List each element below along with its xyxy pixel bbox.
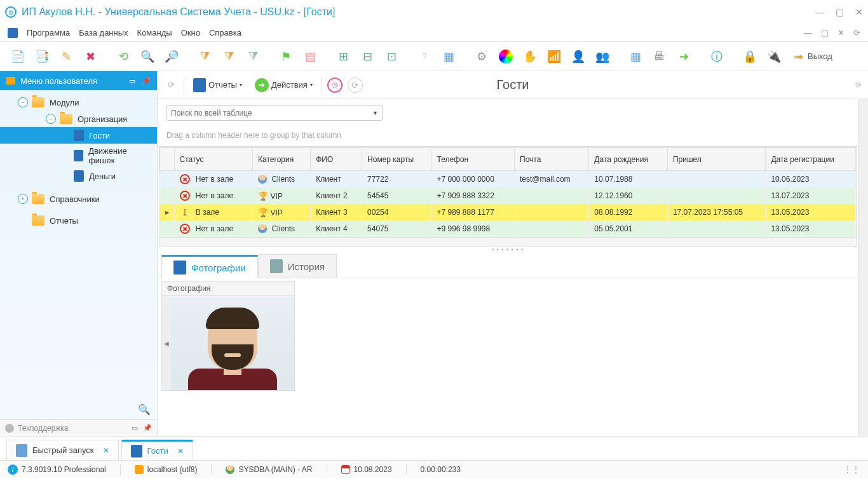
search-plus-icon[interactable]: 🔎 — [161, 46, 182, 67]
photo-prev-button[interactable]: ◀ — [162, 296, 171, 390]
user-icon[interactable]: 👤 — [568, 46, 588, 67]
menu-help[interactable]: Справка — [209, 28, 241, 37]
tab-quick-launch[interactable]: Быстрый запуск ✕ — [6, 440, 119, 460]
collapse-icon[interactable]: – — [46, 114, 56, 124]
search-input[interactable]: Поиск по всей таблице ▼ — [166, 105, 383, 121]
splitter[interactable]: • • • • • • • — [158, 247, 858, 250]
edit-icon[interactable]: ✎ — [56, 46, 76, 67]
col-mail[interactable]: Почта — [515, 148, 589, 171]
tree-reports[interactable]: Отчеты — [0, 212, 157, 229]
tree-expand-icon[interactable]: ⊡ — [381, 46, 402, 67]
col-category[interactable]: Категория — [253, 148, 311, 171]
mdi-restore-button[interactable]: ▢ — [821, 28, 829, 37]
actions-dropdown[interactable]: ➜ Действия ▾ — [251, 76, 316, 94]
folder-icon — [32, 97, 44, 107]
copy-doc-icon[interactable]: 📑 — [32, 46, 52, 67]
table-row[interactable]: ▸🚶 В зале🏆 VIPКлиент 300254+7 989 888 11… — [160, 204, 856, 220]
rss-icon[interactable]: 📶 — [544, 46, 564, 67]
palette-icon[interactable] — [496, 46, 516, 67]
menu-database[interactable]: База данных — [79, 28, 128, 37]
expand-icon[interactable]: + — [18, 194, 28, 204]
collapse-icon[interactable]: – — [18, 97, 28, 107]
col-fio[interactable]: ФИО — [311, 148, 362, 171]
col-reg[interactable]: Дата регистрации — [766, 148, 856, 171]
vertical-scrollbar[interactable] — [858, 99, 868, 436]
new-doc-icon[interactable]: 📄 — [8, 46, 28, 67]
help-small-icon[interactable]: ? — [414, 46, 435, 67]
filter-icon[interactable]: ⧩ — [194, 46, 215, 67]
flag-icon[interactable]: ⚑ — [276, 46, 296, 67]
sidebar-pin-icon[interactable]: 📌 — [142, 77, 151, 85]
search-placeholder: Поиск по всей таблице — [171, 109, 252, 118]
image-icon[interactable]: ▤ — [300, 46, 320, 67]
calendar-icon[interactable]: ▦ — [625, 46, 646, 67]
data-grid: Статус Категория ФИО Номер карты Телефон… — [159, 147, 857, 247]
filter-apply-icon[interactable]: ⧩ — [219, 46, 239, 67]
col-phone[interactable]: Телефон — [431, 148, 515, 171]
tree-search-icon[interactable]: 🔍 — [138, 403, 151, 416]
hand-icon[interactable]: ✋ — [520, 46, 540, 67]
table-row[interactable]: ✖ Нет в зале ClientsКлиент77722+7 000 00… — [160, 171, 856, 188]
support-pin-icon[interactable]: 📌 — [143, 424, 152, 432]
menu-window[interactable]: Окно — [181, 28, 200, 37]
info-icon[interactable]: ⓘ — [707, 46, 727, 67]
print-icon[interactable]: 🖶 — [649, 46, 670, 67]
sub-refresh-icon[interactable]: ⟳ — [164, 76, 179, 94]
reports-dropdown[interactable]: Отчеты ▾ — [189, 76, 246, 94]
tree-guests[interactable]: Гости — [0, 127, 157, 144]
tree-money[interactable]: Деньги — [0, 168, 157, 184]
maximize-button[interactable]: ▢ — [836, 7, 844, 17]
tree-add-icon[interactable]: ⊞ — [333, 46, 353, 67]
status-no-icon: ✖ — [180, 174, 190, 184]
mdi-refresh-button[interactable]: ⟳ — [853, 28, 860, 37]
support-icon — [5, 424, 14, 433]
minimize-button[interactable]: — — [815, 7, 824, 17]
tab-history[interactable]: История — [258, 254, 337, 278]
col-status[interactable]: Статус — [174, 148, 253, 171]
reload-icon[interactable]: ⟳ — [348, 78, 363, 93]
tab-close-icon[interactable]: ✕ — [177, 447, 184, 456]
col-card[interactable]: Номер карты — [362, 148, 431, 171]
table-row[interactable]: ✖ Нет в зале ClientsКлиент 454075+9 996 … — [160, 220, 856, 237]
table-row[interactable]: ✖ Нет в зале🏆 VIPКлиент 254545+7 909 888… — [160, 187, 856, 204]
tree-modules[interactable]: – Модули — [0, 94, 157, 111]
tab-guests[interactable]: Гости ✕ — [121, 440, 193, 460]
sub-refresh2-icon[interactable]: ⟳ — [855, 81, 862, 90]
clock-icon[interactable]: ◷ — [327, 78, 342, 93]
support-detach-icon[interactable]: ▭ — [132, 424, 138, 432]
tree-refs[interactable]: + Справочники — [0, 191, 157, 207]
menu-program[interactable]: Программа — [27, 28, 70, 37]
search-icon[interactable]: 🔍 — [137, 46, 158, 67]
go-icon[interactable]: ➜ — [674, 46, 694, 67]
sidebar-detach-icon[interactable]: ▭ — [129, 77, 135, 85]
menu-commands[interactable]: Команды — [137, 28, 172, 37]
users-icon[interactable]: 👥 — [592, 46, 613, 67]
filter-clear-icon[interactable]: ⧩ — [243, 46, 263, 67]
col-came[interactable]: Пришел — [667, 148, 765, 171]
resize-grip-icon[interactable]: ⋮⋮ — [844, 465, 860, 474]
grid-icon[interactable]: ▦ — [438, 46, 459, 67]
col-dob[interactable]: Дата рождения — [589, 148, 668, 171]
settings-icon[interactable]: ⚙ — [471, 46, 492, 67]
close-button[interactable]: ✕ — [855, 7, 863, 17]
chevron-down-icon[interactable]: ▼ — [372, 110, 378, 116]
refresh-icon[interactable]: ⟲ — [113, 46, 133, 67]
folder-icon — [32, 215, 44, 226]
tree-collapse-icon[interactable]: ⊟ — [357, 46, 377, 67]
tab-close-icon[interactable]: ✕ — [103, 446, 109, 455]
delete-icon[interactable]: ✖ — [80, 46, 100, 67]
folder-icon — [6, 77, 15, 85]
bottom-tabs: Быстрый запуск ✕ Гости ✕ — [0, 436, 868, 460]
support-bar[interactable]: Техподдержка ▭ 📌 — [0, 419, 157, 436]
lock-icon[interactable]: 🔒 — [740, 46, 760, 67]
plug-icon[interactable]: 🔌 — [764, 46, 784, 67]
mdi-minimize-button[interactable]: — — [804, 28, 812, 37]
status-bar: i 7.3.9019.10 Professional localhost (ut… — [0, 460, 868, 478]
status-no-icon: ✖ — [180, 224, 190, 234]
group-hint[interactable]: Drag a column header here to group by th… — [158, 125, 858, 147]
tree-organization[interactable]: – Организация — [0, 111, 157, 127]
tree-chips[interactable]: Движение фишек — [0, 144, 157, 168]
mdi-close-button[interactable]: ✕ — [837, 28, 844, 37]
exit-button[interactable]: ➟ Выход — [793, 49, 832, 64]
tab-photos[interactable]: Фотографии — [161, 255, 258, 278]
